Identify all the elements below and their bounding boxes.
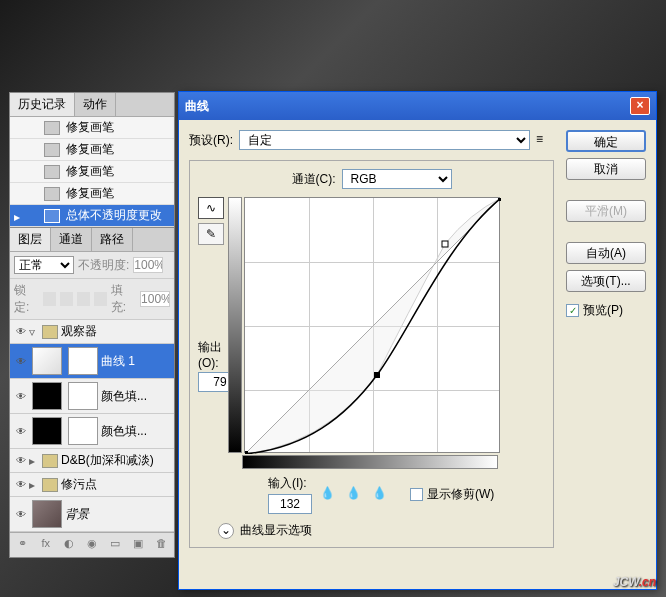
fill-label: 填充: — [111, 282, 136, 316]
folder-icon — [42, 325, 58, 339]
visibility-icon[interactable] — [13, 388, 29, 404]
layer-label: 背景 — [65, 506, 89, 523]
layers-footer: ⚭ fx ◐ ◉ ▭ ▣ 🗑 — [10, 532, 174, 557]
layer-item[interactable]: ▸修污点 — [10, 473, 174, 497]
tab-layers[interactable]: 图层 — [10, 228, 51, 251]
history-label: 修复画笔 — [66, 119, 114, 136]
black-eyedropper-icon[interactable]: 💧 — [320, 486, 338, 504]
auto-button[interactable]: 自动(A) — [566, 242, 646, 264]
opacity-input[interactable] — [133, 257, 163, 273]
history-list: 修复画笔 修复画笔 修复画笔 修复画笔 ▸总体不透明度更改 — [10, 117, 174, 227]
history-item[interactable]: 修复画笔 — [10, 117, 174, 139]
baseline — [245, 198, 501, 454]
preset-menu-icon[interactable]: ≡ — [536, 132, 554, 148]
lock-all-icon[interactable] — [94, 292, 107, 306]
brush-icon — [44, 121, 60, 135]
layer-item[interactable]: 颜色填... — [10, 414, 174, 449]
layer-item[interactable]: ▸D&B(加深和减淡) — [10, 449, 174, 473]
lock-move-icon[interactable] — [77, 292, 90, 306]
options-button[interactable]: 选项(T)... — [566, 270, 646, 292]
ok-button[interactable]: 确定 — [566, 130, 646, 152]
layer-item[interactable]: 背景 — [10, 497, 174, 532]
visibility-icon[interactable] — [13, 423, 29, 439]
curve-display-options-toggle[interactable]: ⌄ 曲线显示选项 — [218, 522, 545, 539]
curve-point[interactable] — [442, 241, 448, 247]
tab-history[interactable]: 历史记录 — [10, 93, 75, 116]
output-gradient — [228, 197, 242, 453]
mask-icon[interactable]: ◐ — [60, 537, 77, 553]
history-label: 修复画笔 — [66, 141, 114, 158]
link-icon[interactable]: ⚭ — [14, 537, 31, 553]
layer-label: 颜色填... — [101, 423, 147, 440]
layer-label: 曲线 1 — [101, 353, 135, 370]
smooth-button: 平滑(M) — [566, 200, 646, 222]
brush-icon — [44, 165, 60, 179]
watermark: JCW.cn — [613, 570, 656, 591]
brush-icon — [44, 143, 60, 157]
input-input[interactable] — [268, 494, 312, 514]
slider-icon — [44, 209, 60, 223]
checkbox-icon[interactable]: ✓ — [566, 304, 579, 317]
curve-endpoint[interactable] — [245, 451, 248, 454]
history-label: 修复画笔 — [66, 185, 114, 202]
tab-paths[interactable]: 路径 — [92, 228, 133, 251]
lock-label: 锁定: — [14, 282, 39, 316]
layer-item[interactable]: 曲线 1 — [10, 344, 174, 379]
solid-thumb — [32, 417, 62, 445]
preset-select[interactable]: 自定 — [239, 130, 530, 150]
curve-point-tool[interactable]: ∿ — [198, 197, 224, 219]
close-button[interactable]: × — [630, 97, 650, 115]
blend-mode-select[interactable]: 正常 — [14, 256, 74, 274]
tab-actions[interactable]: 动作 — [75, 93, 116, 116]
checkbox-icon[interactable] — [410, 488, 423, 501]
trash-icon[interactable]: 🗑 — [153, 537, 170, 553]
layer-item[interactable]: ▿观察器 — [10, 320, 174, 344]
folder-icon — [42, 478, 58, 492]
white-eyedropper-icon[interactable]: 💧 — [372, 486, 390, 504]
folder-icon[interactable]: ▭ — [107, 537, 124, 553]
lock-row: 锁定: 填充: — [10, 279, 174, 320]
visibility-icon[interactable] — [13, 506, 29, 522]
lock-transparent-icon[interactable] — [43, 292, 56, 306]
channel-select[interactable]: RGB — [342, 169, 452, 189]
layer-label: 颜色填... — [101, 388, 147, 405]
curve-svg — [245, 198, 501, 454]
curve-endpoint[interactable] — [498, 198, 501, 201]
fx-icon[interactable]: fx — [37, 537, 54, 553]
history-item[interactable]: 修复画笔 — [10, 161, 174, 183]
cancel-button[interactable]: 取消 — [566, 158, 646, 180]
input-gradient — [242, 455, 498, 469]
layer-label: 观察器 — [61, 323, 97, 340]
tab-channels[interactable]: 通道 — [51, 228, 92, 251]
gray-eyedropper-icon[interactable]: 💧 — [346, 486, 364, 504]
output-label: 输出(O): — [198, 339, 226, 370]
layers-tabs: 图层 通道 路径 — [10, 228, 174, 252]
new-layer-icon[interactable]: ▣ — [130, 537, 147, 553]
show-clipping-label: 显示修剪(W) — [427, 486, 494, 503]
dialog-titlebar[interactable]: 曲线 × — [179, 92, 656, 120]
curve-point-selected[interactable] — [374, 372, 380, 378]
history-panel: 历史记录 动作 修复画笔 修复画笔 修复画笔 修复画笔 ▸总体不透明度更改 — [9, 92, 175, 228]
history-item[interactable]: ▸总体不透明度更改 — [10, 205, 174, 227]
fill-input[interactable] — [140, 291, 170, 307]
history-item[interactable]: 修复画笔 — [10, 139, 174, 161]
curve-grid[interactable] — [244, 197, 500, 453]
layer-item[interactable]: 颜色填... — [10, 379, 174, 414]
curve-pencil-tool[interactable]: ✎ — [198, 223, 224, 245]
show-clipping-checkbox[interactable]: 显示修剪(W) — [410, 486, 494, 503]
lock-brush-icon[interactable] — [60, 292, 73, 306]
adjustment-icon[interactable]: ◉ — [83, 537, 100, 553]
opacity-label: 不透明度: — [78, 257, 129, 274]
chevron-down-icon: ⌄ — [218, 523, 234, 539]
options-toggle-label: 曲线显示选项 — [240, 522, 312, 539]
preview-checkbox[interactable]: ✓ 预览(P) — [566, 302, 646, 319]
visibility-icon[interactable] — [13, 324, 29, 340]
layers-panel: 图层 通道 路径 正常 不透明度: 锁定: 填充: ▿观察器 曲线 1 颜色填.… — [9, 227, 175, 558]
visibility-icon[interactable] — [13, 453, 29, 469]
history-item[interactable]: 修复画笔 — [10, 183, 174, 205]
preview-label: 预览(P) — [583, 302, 623, 319]
visibility-icon[interactable] — [13, 477, 29, 493]
dialog-title: 曲线 — [185, 98, 209, 115]
channel-label: 通道(C): — [292, 171, 336, 188]
visibility-icon[interactable] — [13, 353, 29, 369]
